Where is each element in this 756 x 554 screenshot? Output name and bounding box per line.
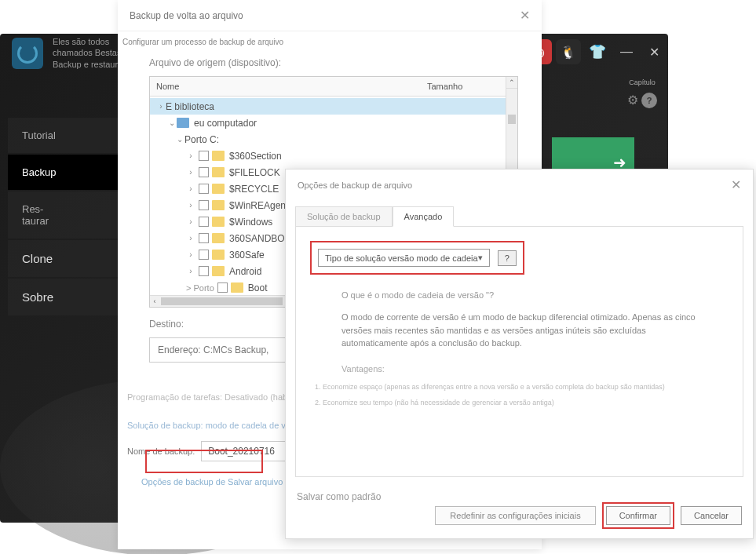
sidebar-item-about[interactable]: Sobre: [8, 279, 122, 315]
folder-icon: [212, 184, 225, 194]
options-footer: Redefinir as configurações iniciais Conf…: [435, 502, 742, 529]
checkbox[interactable]: [199, 200, 209, 210]
qq-icon[interactable]: 🐧: [556, 39, 581, 64]
reset-button[interactable]: Redefinir as configurações iniciais: [435, 506, 595, 525]
sidebar-item-backup[interactable]: Backup: [8, 155, 122, 190]
app-icon: [12, 38, 43, 69]
theme-icon[interactable]: 👕: [585, 39, 610, 64]
close-icon[interactable]: ✕: [731, 177, 741, 192]
scroll-up-icon[interactable]: ⌃: [506, 77, 517, 89]
close-icon[interactable]: ✕: [520, 8, 530, 23]
checkbox[interactable]: [217, 282, 228, 293]
checkbox[interactable]: [199, 184, 209, 194]
tab-advanced[interactable]: Avançado: [393, 206, 455, 227]
sidebar-item-clone[interactable]: Clone: [8, 240, 122, 277]
help-button[interactable]: ?: [498, 250, 517, 266]
collapse-icon[interactable]: ⌄: [167, 118, 177, 127]
backup-name-label: Nome de backup:: [127, 446, 195, 456]
tab-solution[interactable]: Solução de backup: [295, 206, 393, 227]
tree-row[interactable]: ›$360Section: [150, 148, 517, 164]
checkbox[interactable]: [199, 250, 209, 260]
tab-content: Tipo de solução versão modo de cadeia ? …: [295, 226, 743, 477]
folder-icon: [231, 282, 243, 293]
highlight-annotation: Confirmar: [602, 502, 674, 529]
sidebar-item-tutorial[interactable]: Tutorial: [8, 118, 122, 153]
tree-header: Nome Tamanho: [150, 77, 517, 97]
advantage-1: 1. Economize espaço (apenas as diferença…: [315, 383, 729, 391]
folder-icon: [212, 151, 225, 161]
expand-icon[interactable]: ›: [156, 102, 166, 111]
tree-row-computer[interactable]: ⌄ eu computador: [150, 115, 517, 131]
folder-icon: [212, 200, 225, 210]
folder-icon: [212, 266, 225, 276]
chapter-label: Capítulo: [629, 78, 656, 86]
minimize-button[interactable]: —: [614, 42, 639, 62]
tabs: Solução de backup Avançado: [295, 206, 743, 227]
scroll-left-icon[interactable]: ‹: [150, 297, 159, 305]
modal-subtitle: Configurar um processo de backup de arqu…: [118, 31, 542, 49]
tree-row-portc[interactable]: ⌄ Porto C:: [150, 131, 517, 148]
sidebar: Tutorial Backup Res- taurar Clone Sobre: [8, 118, 122, 317]
options-title: Opções de backup de arquivo: [298, 180, 412, 190]
type-row: Tipo de solução versão modo de cadeia ?: [318, 249, 517, 267]
scroll-thumb[interactable]: [161, 297, 283, 305]
advantage-2: 2. Economize seu tempo (não há necessida…: [315, 399, 729, 406]
settings-icon[interactable]: ⚙: [627, 93, 638, 108]
computer-icon: [177, 118, 189, 128]
help-icon[interactable]: ?: [641, 93, 657, 108]
description-text: O modo de corrente de versão é um modo d…: [341, 311, 697, 350]
advantages-label: Vantagens:: [341, 364, 697, 374]
options-modal: Opções de backup de arquivo ✕ Solução de…: [285, 169, 754, 539]
folder-icon: [212, 250, 225, 260]
close-button[interactable]: ✕: [643, 42, 666, 63]
tree-row-library[interactable]: › E biblioteca: [150, 98, 517, 115]
options-header: Opções de backup de arquivo ✕: [286, 169, 753, 200]
source-label: Arquivo de origem (dispositivo):: [149, 57, 518, 68]
modal-title: Backup de volta ao arquivo: [130, 10, 243, 21]
right-panel: Capítulo ⚙ ?: [623, 78, 662, 108]
cancel-button[interactable]: Cancelar: [681, 506, 742, 525]
tree-header-name[interactable]: Nome: [150, 77, 421, 96]
collapse-icon[interactable]: ⌄: [175, 135, 184, 144]
folder-icon: [212, 233, 225, 243]
modal-header: Backup de volta ao arquivo ✕: [118, 0, 542, 31]
solution-type-select[interactable]: Tipo de solução versão modo de cadeia: [318, 249, 490, 267]
folder-icon: [212, 217, 225, 227]
checkbox[interactable]: [199, 151, 209, 161]
scroll-thumb[interactable]: [508, 115, 516, 124]
confirm-button[interactable]: Confirmar: [606, 506, 670, 525]
checkbox[interactable]: [199, 217, 209, 227]
sidebar-item-restore[interactable]: Res- taurar: [8, 191, 122, 239]
folder-icon: [212, 167, 225, 177]
checkbox[interactable]: [199, 233, 209, 243]
tree-header-size[interactable]: Tamanho: [421, 77, 517, 96]
titlebar-icons: ◉ 🐧 👕 — ✕: [527, 39, 666, 64]
description-question: O que é o modo de cadeia de versão "?: [341, 290, 729, 300]
checkbox[interactable]: [199, 167, 209, 177]
checkbox[interactable]: [199, 266, 209, 276]
highlight-annotation: Tipo de solução versão modo de cadeia ?: [310, 241, 524, 275]
